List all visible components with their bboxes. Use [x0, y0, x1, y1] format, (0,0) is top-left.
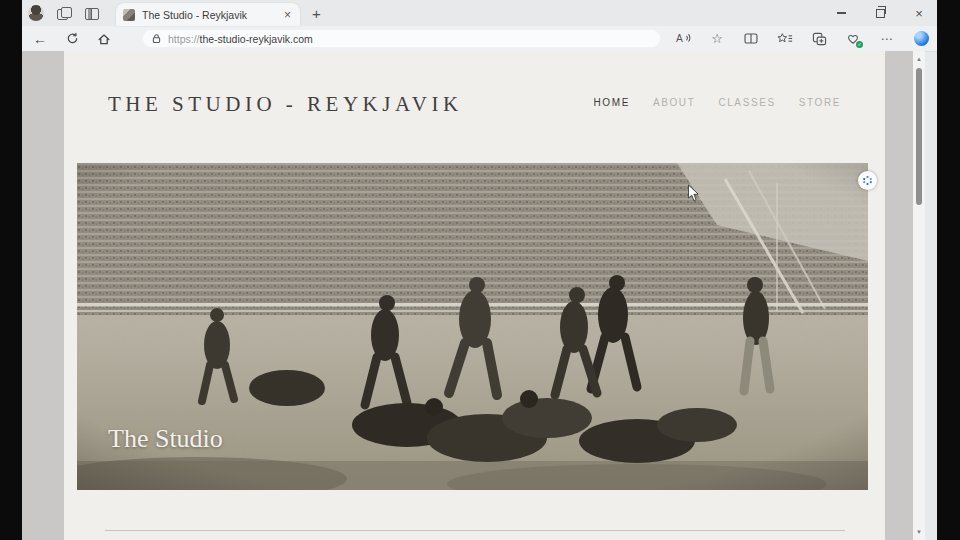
screen: The Studio - Reykjavik × + × ← https://t… [0, 0, 960, 540]
read-aloud-icon: A [676, 32, 691, 45]
hero-overlay-title: The Studio [108, 424, 223, 454]
favorites-list-icon [777, 32, 793, 45]
tab-bar: The Studio - Reykjavik × + × [22, 0, 937, 26]
minimize-icon [837, 12, 846, 13]
back-button[interactable]: ← [32, 31, 48, 47]
nav-link-store[interactable]: STORE [799, 97, 841, 108]
toolbar-actions: A ☆ ✓ ⋯ [675, 31, 929, 47]
settings-more-button[interactable]: ⋯ [879, 31, 895, 47]
favorites-list-button[interactable] [777, 31, 793, 47]
url-host: the-studio-reykjavik.com [200, 33, 313, 45]
restore-button[interactable] [874, 7, 886, 19]
copilot-button[interactable] [913, 31, 929, 47]
lock-icon [151, 33, 162, 44]
profile-avatar[interactable] [28, 5, 44, 21]
browser-essentials-button[interactable]: ✓ [845, 31, 861, 47]
svg-text:A: A [676, 33, 683, 44]
tab-close-icon[interactable]: × [282, 9, 293, 21]
address-toolbar: ← https://the-studio-reykjavik.com A ☆ [22, 26, 937, 52]
page-viewport: THE STUDIO - REYKJAVIK HOME ABOUT CLASSE… [22, 51, 925, 540]
nav-link-home[interactable]: HOME [594, 97, 630, 108]
url-text: https://the-studio-reykjavik.com [168, 33, 313, 45]
home-icon [97, 32, 111, 46]
site-logo-title[interactable]: THE STUDIO - REYKJAVIK [108, 92, 463, 117]
refresh-icon [66, 32, 79, 45]
favorite-star-button[interactable]: ☆ [709, 31, 725, 47]
collections-button[interactable] [811, 31, 827, 47]
tab-title: The Studio - Reykjavik [142, 9, 282, 21]
refresh-button[interactable] [64, 31, 80, 47]
browser-tab[interactable]: The Studio - Reykjavik × [116, 3, 300, 26]
back-icon: ← [33, 32, 47, 46]
section-divider [105, 530, 845, 531]
hero-image: The Studio [77, 163, 868, 490]
more-icon: ⋯ [881, 33, 894, 45]
visual-search-icon [862, 175, 873, 186]
collections-icon [812, 32, 827, 46]
site-nav: HOME ABOUT CLASSES STORE [594, 97, 841, 108]
essentials-check-badge: ✓ [856, 41, 863, 48]
page-scrollbar[interactable]: ▲ ▼ [913, 51, 925, 540]
split-screen-icon [744, 32, 758, 45]
split-screen-button[interactable] [743, 31, 759, 47]
scroll-up-icon[interactable]: ▲ [913, 53, 925, 65]
star-icon: ☆ [711, 32, 723, 45]
window-controls: × [835, 7, 937, 19]
scrollbar-thumb[interactable] [916, 68, 922, 205]
browser-window: The Studio - Reykjavik × + × ← https://t… [22, 0, 937, 540]
workspaces-icon[interactable] [57, 7, 72, 20]
vertical-tabs-icon[interactable] [85, 7, 100, 20]
vertical-tabs-glyph [85, 8, 99, 20]
url-scheme: https:// [168, 33, 200, 45]
scroll-down-icon[interactable]: ▼ [913, 526, 925, 538]
new-tab-button[interactable]: + [312, 6, 321, 21]
site-content-card: THE STUDIO - REYKJAVIK HOME ABOUT CLASSE… [64, 51, 885, 540]
copilot-icon [914, 31, 929, 46]
tab-favicon [123, 9, 135, 21]
minimize-button[interactable] [835, 7, 847, 19]
address-bar[interactable]: https://the-studio-reykjavik.com [142, 29, 661, 48]
nav-link-about[interactable]: ABOUT [653, 97, 695, 108]
nav-link-classes[interactable]: CLASSES [718, 97, 775, 108]
window-close-button[interactable]: × [913, 7, 925, 19]
read-aloud-button[interactable]: A [675, 31, 691, 47]
workspaces-icon-front [61, 7, 72, 18]
home-button[interactable] [96, 31, 112, 47]
visual-search-button[interactable] [858, 171, 877, 190]
restore-icon [876, 9, 885, 18]
